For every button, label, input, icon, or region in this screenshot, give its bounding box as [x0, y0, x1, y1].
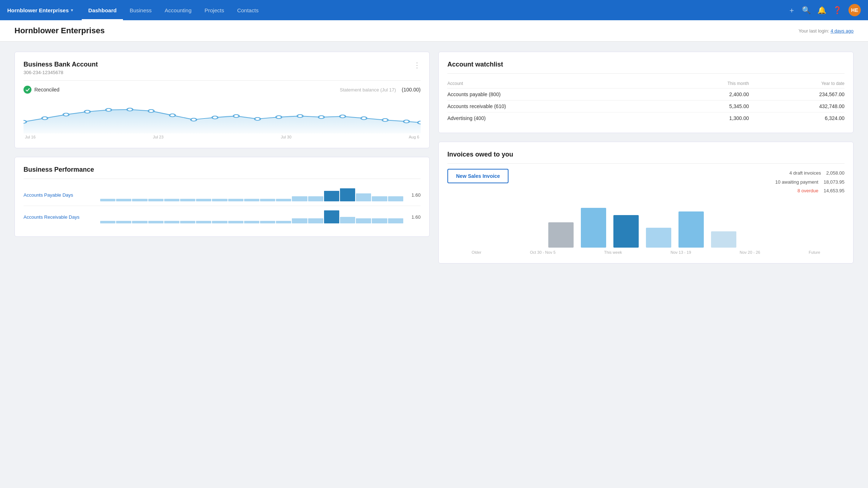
- watchlist-col-ytd: Year to date: [749, 79, 844, 89]
- nav-contacts[interactable]: Contacts: [231, 0, 265, 20]
- perf-label-payable[interactable]: Accounts Payable Days: [24, 192, 96, 198]
- bank-account-card: Business Bank Account 306-234-12345678 ⋮…: [14, 52, 430, 148]
- watchlist-month-2: 5,345.00: [668, 100, 749, 112]
- navigation: Hornblower Enterprises ▾ Dashboard Busin…: [0, 0, 868, 20]
- svg-point-3: [85, 110, 90, 113]
- brand-name: Hornblower Enterprises: [7, 7, 69, 13]
- watchlist-month-1: 2,400.00: [668, 89, 749, 100]
- reconciled-label: Reconciled: [34, 87, 59, 93]
- watchlist-title: Account watchlist: [447, 61, 844, 68]
- invoices-bar-chart: Older Oct 30 - Nov 5 This week Nov 13 - …: [447, 201, 844, 254]
- invoices-title: Invoices owed to you: [447, 151, 844, 158]
- nav-projects[interactable]: Projects: [198, 0, 231, 20]
- svg-point-18: [404, 120, 409, 123]
- svg-point-19: [418, 121, 421, 124]
- new-sales-invoice-button[interactable]: New Sales Invoice: [447, 169, 509, 183]
- nav-dashboard[interactable]: Dashboard: [82, 0, 123, 20]
- svg-point-11: [255, 117, 260, 120]
- svg-rect-25: [711, 231, 736, 248]
- nav-business[interactable]: Business: [123, 0, 158, 20]
- svg-point-10: [233, 115, 239, 117]
- perf-value-payable: 1.60: [408, 192, 421, 198]
- summary-draft-amount: 2,058.00: [826, 170, 844, 176]
- watchlist-account-2: Accounts receivable (610): [447, 100, 668, 112]
- chart-label-1: Jul 16: [25, 135, 35, 139]
- summary-overdue: 8 overdue 14,653.95: [775, 187, 844, 196]
- page-title: Hornblower Enterprises: [14, 26, 105, 35]
- watchlist-col-this-month: This month: [668, 79, 749, 89]
- perf-label-receivable[interactable]: Accounts Receivable Days: [24, 214, 96, 220]
- svg-rect-20: [548, 222, 574, 248]
- last-login-link[interactable]: 4 days ago: [830, 28, 854, 34]
- summary-overdue-label: 8 overdue: [797, 188, 818, 193]
- svg-rect-24: [678, 211, 704, 248]
- invoices-chart-svg: [447, 201, 844, 248]
- summary-draft: 4 draft invoices 2,058.00: [775, 169, 844, 178]
- chart-label-3: Jul 30: [281, 135, 292, 139]
- watchlist-card: Account watchlist Account This month Yea…: [438, 52, 854, 133]
- bar-label-3: Nov 13 - 19: [671, 250, 691, 254]
- reconciled-row: Reconciled Statement balance (Jul 17) (1…: [24, 86, 421, 94]
- svg-point-9: [212, 116, 218, 119]
- svg-point-8: [191, 118, 197, 121]
- help-icon[interactable]: ❓: [833, 6, 842, 14]
- watchlist-account-3: Advertising (400): [447, 112, 668, 124]
- perf-row-payable: Accounts Payable Days: [24, 184, 421, 206]
- invoices-card: Invoices owed to you New Sales Invoice 4…: [438, 142, 854, 264]
- bank-account-title: Business Bank Account: [24, 61, 98, 68]
- statement-label: Statement balance (Jul 17): [340, 87, 396, 93]
- bar-label-5: Future: [809, 250, 820, 254]
- summary-awaiting-amount: 18,073.95: [824, 179, 844, 185]
- balance-amount: (100.00): [402, 87, 421, 93]
- bar-label-4: Nov 20 - 26: [740, 250, 760, 254]
- table-row: Accounts payable (800) 2,400.00 234,567.…: [447, 89, 844, 100]
- options-menu-icon[interactable]: ⋮: [413, 61, 421, 69]
- summary-awaiting-label: 10 awaiting payment: [775, 179, 818, 185]
- svg-point-0: [24, 120, 26, 123]
- bank-chart-svg: [24, 97, 421, 133]
- brand-chevron-icon: ▾: [71, 8, 73, 13]
- svg-point-4: [106, 108, 111, 111]
- perf-value-receivable: 1.60: [408, 214, 421, 220]
- perf-bars-payable: [100, 188, 403, 201]
- nav-accounting[interactable]: Accounting: [158, 0, 198, 20]
- performance-title: Business Performance: [24, 166, 421, 174]
- watchlist-table: Account This month Year to date Accounts…: [447, 79, 844, 124]
- watchlist-col-account: Account: [447, 79, 668, 89]
- summary-overdue-amount: 14,653.95: [824, 188, 844, 193]
- search-icon[interactable]: 🔍: [802, 6, 811, 14]
- nav-links: Dashboard Business Accounting Projects C…: [82, 0, 788, 20]
- table-row: Advertising (400) 1,300.00 6,324.00: [447, 112, 844, 124]
- last-login: Your last login: 4 days ago: [799, 28, 854, 34]
- watchlist-ytd-3: 6,324.00: [749, 112, 844, 124]
- svg-point-7: [170, 114, 175, 117]
- avatar[interactable]: HE: [848, 4, 861, 16]
- svg-point-13: [297, 115, 303, 117]
- svg-point-17: [382, 119, 388, 121]
- bar-label-1: Oct 30 - Nov 5: [530, 250, 556, 254]
- chart-labels: Jul 16 Jul 23 Jul 30 Aug 6: [24, 135, 421, 139]
- svg-point-12: [276, 116, 282, 119]
- svg-point-5: [127, 108, 133, 111]
- bank-account-number: 306-234-12345678: [24, 70, 98, 75]
- invoices-summary: 4 draft invoices 2,058.00 10 awaiting pa…: [775, 169, 844, 196]
- main-content: Business Bank Account 306-234-12345678 ⋮…: [0, 42, 868, 274]
- summary-draft-label: 4 draft invoices: [790, 170, 821, 176]
- business-performance-card: Business Performance Accounts Payable Da…: [14, 157, 430, 237]
- svg-point-1: [42, 117, 48, 120]
- page-header: Hornblower Enterprises Your last login: …: [0, 20, 868, 42]
- bar-label-2: This week: [604, 250, 622, 254]
- watchlist-account-1: Accounts payable (800): [447, 89, 668, 100]
- nav-right: ＋ 🔍 🔔 ❓ HE: [788, 4, 861, 16]
- bell-icon[interactable]: 🔔: [817, 6, 826, 14]
- brand[interactable]: Hornblower Enterprises ▾: [7, 7, 73, 13]
- svg-point-6: [148, 110, 154, 112]
- add-icon[interactable]: ＋: [788, 5, 795, 15]
- watchlist-ytd-2: 432,748.00: [749, 100, 844, 112]
- chart-label-2: Jul 23: [153, 135, 163, 139]
- svg-rect-22: [613, 215, 639, 248]
- watchlist-month-3: 1,300.00: [668, 112, 749, 124]
- svg-point-15: [340, 115, 345, 118]
- perf-bars-receivable: [100, 210, 403, 223]
- table-row: Accounts receivable (610) 5,345.00 432,7…: [447, 100, 844, 112]
